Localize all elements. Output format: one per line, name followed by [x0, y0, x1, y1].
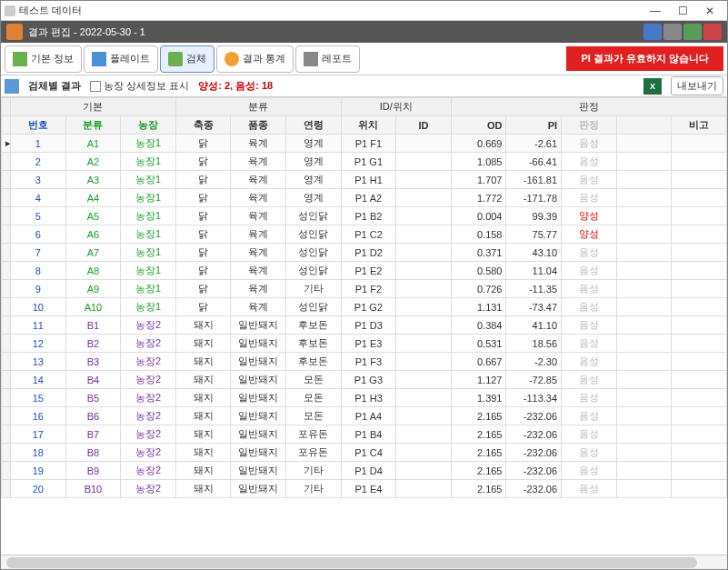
cell-pi[interactable]: -232.06 — [506, 462, 562, 480]
cell-note[interactable] — [672, 207, 727, 225]
col-jd[interactable]: 판정 — [562, 116, 617, 135]
cell-cls[interactable]: B4 — [65, 371, 121, 389]
cell-sp[interactable]: 닭 — [175, 189, 231, 207]
cell-sp[interactable]: 닭 — [175, 207, 231, 225]
cell-note[interactable] — [672, 280, 727, 298]
cell-br[interactable]: 육계 — [231, 189, 286, 207]
cell-br[interactable]: 육계 — [231, 298, 286, 316]
cell-farm[interactable]: 농장2 — [121, 316, 176, 335]
cell-od[interactable]: 2.165 — [451, 462, 506, 480]
cell-pos[interactable]: P1 G1 — [341, 153, 396, 171]
col-farm[interactable]: 농장 — [121, 116, 176, 135]
table-row[interactable]: 19B9농장2돼지일반돼지기타P1 D42.165-232.06음성 — [2, 462, 727, 480]
cell-id[interactable] — [396, 371, 452, 389]
cell-jd[interactable]: 음성 — [562, 171, 617, 189]
cell-id[interactable] — [396, 389, 452, 407]
maximize-button[interactable]: ☐ — [669, 2, 696, 20]
cell-pi[interactable]: 18.56 — [506, 335, 562, 353]
cell-farm[interactable]: 농장2 — [121, 480, 176, 498]
cell-farm[interactable]: 농장2 — [121, 389, 176, 407]
cell-id[interactable] — [396, 280, 452, 298]
cell-pi[interactable]: 43.10 — [506, 244, 562, 262]
row-handle[interactable] — [2, 335, 11, 353]
cell-note[interactable] — [672, 225, 727, 244]
group-basic[interactable]: 기본 — [11, 98, 176, 116]
cell-jd[interactable]: 음성 — [562, 444, 617, 462]
row-handle[interactable] — [2, 480, 11, 498]
cell-farm[interactable]: 농장1 — [121, 171, 176, 189]
cell-pos[interactable]: P1 G2 — [341, 298, 396, 316]
cell-cls[interactable]: B2 — [65, 335, 121, 353]
table-row[interactable]: 15B5농장2돼지일반돼지모돈P1 H31.391-113.34음성 — [2, 389, 727, 407]
cell-cls[interactable]: A3 — [65, 171, 121, 189]
cell-pi[interactable]: -2.61 — [506, 135, 562, 153]
cell-od[interactable]: 2.165 — [451, 425, 506, 444]
cell-seq[interactable]: 20 — [11, 480, 66, 498]
cell-cls[interactable]: B5 — [65, 389, 121, 407]
cell-id[interactable] — [396, 298, 452, 316]
col-note[interactable]: 비고 — [672, 116, 727, 135]
group-class[interactable]: 분류 — [175, 98, 341, 116]
cell-sp[interactable]: 돼지 — [175, 407, 231, 425]
cell-id[interactable] — [396, 262, 452, 280]
cell-farm[interactable]: 농장2 — [121, 462, 176, 480]
cell-cls[interactable]: B3 — [65, 353, 121, 371]
cell-farm[interactable]: 농장2 — [121, 425, 176, 444]
cell-farm[interactable]: 농장1 — [121, 207, 176, 225]
cell-pi[interactable]: -161.81 — [506, 171, 562, 189]
cell-note[interactable] — [672, 407, 727, 425]
cell-pi[interactable]: -66.41 — [506, 153, 562, 171]
cell-od[interactable]: 2.165 — [451, 407, 506, 425]
cell-seq[interactable]: 18 — [11, 444, 66, 462]
cell-pi[interactable]: -232.06 — [506, 480, 562, 498]
cell-age[interactable]: 모돈 — [286, 371, 342, 389]
cell-br[interactable]: 육계 — [231, 280, 286, 298]
cell-pi[interactable]: -11.35 — [506, 280, 562, 298]
table-row[interactable]: 3A3농장1닭육계영계P1 H11.707-161.81음성 — [2, 171, 727, 189]
cell-jd[interactable]: 음성 — [562, 335, 617, 353]
cell-sp[interactable]: 돼지 — [175, 335, 231, 353]
cell-cls[interactable]: A2 — [65, 153, 121, 171]
plate-button[interactable]: 플레이트 — [84, 45, 158, 73]
cell-note[interactable] — [672, 244, 727, 262]
cell-seq[interactable]: 8 — [11, 262, 66, 280]
cell-cls[interactable]: A9 — [65, 280, 121, 298]
table-row[interactable]: 7A7농장1닭육계성인닭P1 D20.37143.10음성 — [2, 244, 727, 262]
cell-cls[interactable]: A10 — [65, 298, 121, 316]
cell-age[interactable]: 모돈 — [286, 407, 342, 425]
row-handle[interactable] — [2, 280, 11, 298]
cell-pi[interactable]: 41.10 — [506, 316, 562, 335]
cell-cls[interactable]: B1 — [65, 316, 121, 335]
cell-sp[interactable]: 닭 — [175, 225, 231, 244]
cell-seq[interactable]: 6 — [11, 225, 66, 244]
cell-seq[interactable]: 10 — [11, 298, 66, 316]
table-row[interactable]: 17B7농장2돼지일반돼지포유돈P1 B42.165-232.06음성 — [2, 425, 727, 444]
cell-sp[interactable]: 닭 — [175, 135, 231, 153]
cell-seq[interactable]: 13 — [11, 353, 66, 371]
cell-br[interactable]: 육계 — [231, 207, 286, 225]
cell-id[interactable] — [396, 225, 452, 244]
tool-delete-icon[interactable] — [703, 24, 722, 40]
table-row[interactable]: 16B6농장2돼지일반돼지모돈P1 A42.165-232.06음성 — [2, 407, 727, 425]
cell-note[interactable] — [672, 171, 727, 189]
cell-sp[interactable]: 돼지 — [175, 425, 231, 444]
cell-farm[interactable]: 농장1 — [121, 189, 176, 207]
cell-farm[interactable]: 농장1 — [121, 298, 176, 316]
cell-od[interactable]: 0.580 — [451, 262, 506, 280]
cell-sp[interactable]: 닭 — [175, 280, 231, 298]
cell-pi[interactable]: 75.77 — [506, 225, 562, 244]
row-handle[interactable] — [2, 425, 11, 444]
cell-od[interactable]: 1.772 — [451, 189, 506, 207]
cell-age[interactable]: 영계 — [286, 153, 342, 171]
cell-pi[interactable]: -72.85 — [506, 371, 562, 389]
row-handle[interactable] — [2, 371, 11, 389]
cell-pos[interactable]: P1 E3 — [341, 335, 396, 353]
cell-id[interactable] — [396, 462, 452, 480]
cell-br[interactable]: 일반돼지 — [231, 444, 286, 462]
cell-od[interactable]: 0.726 — [451, 280, 506, 298]
cell-note[interactable] — [672, 425, 727, 444]
row-handle[interactable] — [2, 153, 11, 171]
cell-br[interactable]: 일반돼지 — [231, 480, 286, 498]
table-row[interactable]: 12B2농장2돼지일반돼지후보돈P1 E30.53118.56음성 — [2, 335, 727, 353]
table-row[interactable]: 6A6농장1닭육계성인닭P1 C20.15875.77양성 — [2, 225, 727, 244]
